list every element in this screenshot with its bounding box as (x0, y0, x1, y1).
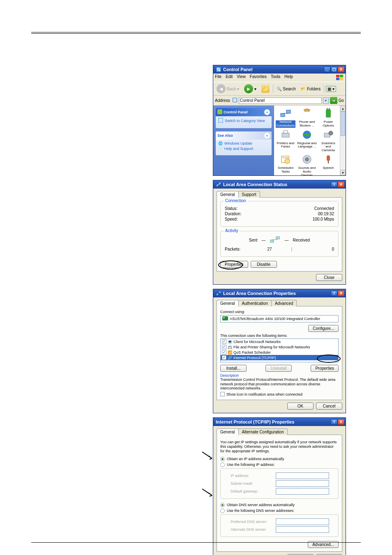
titlebar[interactable]: Internet Protocol (TCP/IP) Properties ? … (213, 418, 346, 426)
menubar: File Edit View Favorites Tools Help (213, 74, 346, 82)
titlebar[interactable]: Local Area Connection Status ? ✕ (213, 180, 346, 189)
up-button[interactable]: 📁 (260, 84, 271, 94)
radio-icon[interactable] (220, 509, 225, 513)
icon-regional-language[interactable]: Regional and Language ... (297, 129, 317, 152)
tab-authentication[interactable]: Authentication (238, 300, 272, 306)
subnet-mask-field[interactable]: ... (276, 480, 329, 487)
svg-rect-26 (327, 155, 330, 161)
radio-icon[interactable] (220, 503, 225, 507)
tab-general[interactable]: General (217, 428, 239, 435)
show-icon-checkbox-row[interactable]: Show icon in notification area when conn… (220, 392, 339, 396)
gateway-field[interactable]: ... (276, 488, 329, 495)
radio-dns-manual[interactable]: Use the following DNS server addresses: (220, 509, 339, 513)
close-bottom-button[interactable]: Close (316, 274, 342, 281)
uses-items-label: This connection uses the following items… (220, 334, 339, 338)
titlebar[interactable]: Local Area Connection Properties ? ✕ (213, 289, 346, 297)
menu-file[interactable]: File (215, 74, 221, 81)
ip-address-field[interactable]: ... (276, 472, 329, 479)
checkbox-icon[interactable]: ✓ (222, 339, 226, 344)
disable-button[interactable]: Disable (251, 261, 277, 268)
radio-ip-auto[interactable]: Obtain an IP address automatically (220, 457, 339, 461)
windows-update-link[interactable]: 🌐 Windows Update (218, 141, 269, 145)
radio-icon[interactable] (220, 463, 225, 467)
views-button[interactable]: ▦ ▾ (326, 86, 336, 92)
ok-button[interactable]: OK (287, 403, 314, 410)
icon-speech[interactable]: Speech (318, 153, 338, 175)
radio-icon[interactable] (220, 457, 225, 461)
icon-scanners-cameras[interactable]: Scanners and Cameras (318, 129, 338, 152)
address-input[interactable] (239, 97, 322, 104)
list-item[interactable]: ✓💻Client for Microsoft Networks (221, 339, 338, 344)
client-icon: 💻 (228, 340, 232, 344)
help-button[interactable]: ? (331, 419, 337, 425)
items-listbox[interactable]: ✓💻Client for Microsoft Networks ✓📇File a… (220, 339, 339, 362)
checkbox-icon[interactable]: ✓ (222, 350, 226, 355)
icon-sounds-audio[interactable]: Sounds and Audio Devices (297, 153, 317, 175)
collapse-icon[interactable]: « (264, 133, 270, 138)
radio-ip-manual[interactable]: Use the following IP address: (220, 463, 339, 467)
scroll-up-icon[interactable]: ▲ (340, 106, 346, 111)
help-button[interactable]: ? (331, 182, 337, 187)
scroll-thumb[interactable] (341, 111, 345, 136)
checkbox-icon[interactable]: ✓ (222, 345, 226, 349)
alternate-dns-field[interactable]: ... (276, 526, 329, 533)
icon-power-options[interactable]: Power Options (318, 107, 338, 128)
forward-button[interactable]: ► ▾ (242, 83, 258, 94)
dialog-title: Local Area Connection Status (223, 182, 331, 187)
icon-printers-faxes[interactable]: Printers and Faxes (276, 129, 295, 152)
sounds-audio-icon (301, 153, 313, 166)
scroll-down-icon[interactable]: ▼ (340, 170, 346, 175)
menu-view[interactable]: View (237, 74, 246, 81)
checkbox-icon[interactable] (220, 392, 225, 396)
windows-flag-icon (336, 74, 344, 81)
go-button[interactable]: ➔ (330, 97, 337, 104)
menu-help[interactable]: Help (284, 74, 293, 81)
gateway-label: Default gateway: (231, 489, 276, 493)
cancel-button[interactable]: Cancel (316, 403, 342, 410)
scanner-camera-icon (322, 129, 334, 141)
folders-button[interactable]: 📂 Folders (299, 86, 322, 92)
maximize-button[interactable]: ▢ (331, 67, 337, 72)
switch-category-view-link[interactable]: Switch to Category View (218, 118, 269, 124)
uninstall-button[interactable]: Uninstall (265, 365, 292, 372)
search-button[interactable]: 🔍 Search (275, 86, 297, 92)
svg-rect-2 (219, 70, 220, 71)
svg-rect-16 (282, 133, 289, 137)
close-button[interactable]: ✕ (338, 182, 344, 187)
checkbox-icon[interactable]: ✓ (222, 355, 226, 360)
icon-scheduled-tasks[interactable]: Scheduled Tasks (276, 153, 295, 175)
close-button[interactable]: ✕ (338, 419, 344, 425)
icon-network-connections[interactable]: Network Connections (276, 107, 295, 128)
tab-advanced[interactable]: Advanced (271, 300, 297, 306)
minimize-button[interactable]: _ (324, 67, 330, 72)
menu-tools[interactable]: Tools (271, 74, 280, 81)
properties-button[interactable]: Properties (220, 261, 248, 268)
close-button[interactable]: ✕ (338, 290, 344, 296)
icon-phone-modem[interactable]: Phone and Modem ... (297, 107, 317, 128)
network-icon (216, 182, 221, 187)
scrollbar[interactable]: ▲ ▼ (340, 106, 346, 175)
collapse-icon[interactable]: « (264, 109, 270, 115)
menu-favorites[interactable]: Favorites (250, 74, 267, 81)
power-options-icon (322, 107, 334, 120)
tab-support[interactable]: Support (238, 191, 260, 198)
help-support-link[interactable]: ❔ Help and Support (218, 147, 269, 151)
list-item[interactable]: ✓📶QoS Packet Scheduler (221, 350, 338, 355)
titlebar[interactable]: Control Panel _ ▢ ✕ (213, 65, 346, 74)
list-item[interactable]: ✓📇File and Printer Sharing for Microsoft… (221, 344, 338, 350)
address-dropdown[interactable]: ▾ (323, 97, 329, 104)
back-button[interactable]: ◄ Back ▾ (215, 83, 241, 94)
menu-edit[interactable]: Edit (226, 74, 233, 81)
preferred-dns-field[interactable]: ... (276, 518, 329, 525)
radio-dns-auto[interactable]: Obtain DNS server address automatically (220, 503, 339, 507)
configure-button[interactable]: Configure... (308, 325, 339, 332)
properties-button[interactable]: Properties (311, 365, 339, 372)
list-item-selected[interactable]: ✓🔗Internet Protocol (TCP/IP) (221, 355, 338, 360)
help-icon: ❔ (218, 147, 223, 151)
tab-general[interactable]: General (217, 191, 239, 198)
install-button[interactable]: Install... (220, 365, 247, 372)
help-button[interactable]: ? (331, 290, 337, 296)
tab-alternate-config[interactable]: Alternate Configuration (238, 428, 288, 435)
tab-general[interactable]: General (217, 300, 239, 307)
close-button[interactable]: ✕ (338, 67, 344, 72)
